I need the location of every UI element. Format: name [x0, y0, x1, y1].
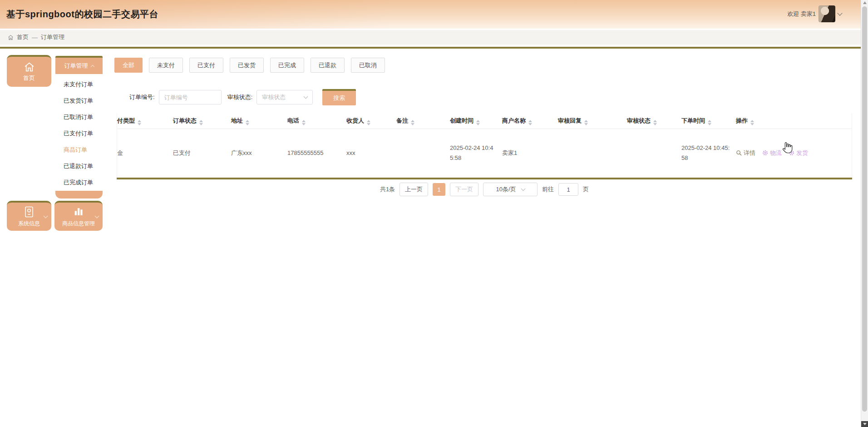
sidebar-item-unpaid-orders[interactable]: 未支付订单 — [55, 76, 103, 93]
scrollbar-track[interactable] — [861, 0, 868, 427]
home-icon — [24, 61, 35, 73]
order-no-input[interactable] — [159, 90, 222, 104]
tab-paid[interactable]: 已支付 — [189, 58, 223, 73]
tab-cancelled[interactable]: 已取消 — [351, 58, 385, 73]
ship-link[interactable]: 发货 — [789, 148, 808, 158]
col-remark[interactable]: 备注 — [396, 114, 450, 129]
search-button[interactable]: 搜索 — [322, 89, 356, 105]
scrollbar-thumb[interactable] — [862, 6, 867, 412]
sort-icon[interactable] — [750, 120, 754, 125]
sidebar-item-cancelled-orders[interactable]: 已取消订单 — [55, 109, 103, 125]
tab-completed[interactable]: 已完成 — [270, 58, 304, 73]
page-unit-label: 页 — [583, 185, 589, 194]
page-number-1[interactable]: 1 — [433, 183, 445, 196]
audit-status-placeholder: 审核状态 — [262, 93, 286, 101]
sidebar-item-product-info[interactable]: 商品信息管理 — [54, 201, 103, 231]
scroll-down-arrow[interactable] — [861, 421, 868, 427]
sort-icon[interactable] — [528, 120, 532, 125]
tab-unpaid[interactable]: 未支付 — [149, 58, 183, 73]
tab-refunded[interactable]: 已退款 — [311, 58, 345, 73]
table-row: 金 已支付 广东xxx 17855555555 xxx 2025-02-24 1… — [117, 129, 852, 177]
cell-order-status: 已支付 — [173, 129, 231, 177]
sidebar-home-label: 首页 — [23, 74, 35, 82]
col-phone[interactable]: 电话 — [287, 114, 346, 129]
sidebar-item-refunded-orders[interactable]: 已退款订单 — [55, 158, 103, 174]
table-header-row: 付类型 订单状态 地址 电话 收货人 备注 创建时间 商户名称 审核回复 审核状… — [117, 114, 852, 129]
sidebar-item-shipped-orders[interactable]: 已发货订单 — [55, 93, 103, 109]
breadcrumb-current: 订单管理 — [41, 33, 64, 41]
chevron-down-icon — [44, 214, 48, 218]
pagination: 共1条 上一页 1 下一页 10条/页 前往 页 — [117, 183, 852, 196]
filter-bar: 订单编号: 审核状态: 审核状态 搜索 — [129, 89, 356, 105]
page-size-value: 10条/页 — [496, 185, 516, 194]
breadcrumb: 首页 — 订单管理 — [0, 30, 861, 45]
audit-status-label: 审核状态: — [227, 93, 253, 101]
page-size-select[interactable]: 10条/页 — [483, 183, 538, 196]
tab-all[interactable]: 全部 — [114, 58, 143, 73]
table-bottom-divider — [117, 178, 852, 179]
cell-remark — [396, 129, 450, 177]
sort-icon[interactable] — [584, 120, 588, 125]
home-icon — [8, 35, 14, 40]
user-menu[interactable]: 欢迎 卖家1 — [787, 5, 842, 22]
tab-shipped[interactable]: 已发货 — [230, 58, 264, 73]
goto-label: 前往 — [542, 185, 554, 194]
cell-create-time: 2025-02-24 10:45:58 — [450, 129, 502, 177]
order-submenu: 未支付订单 已发货订单 已取消订单 已支付订单 商品订单 已退款订单 已完成订单 — [55, 74, 103, 191]
breadcrumb-home[interactable]: 首页 — [17, 33, 29, 41]
col-audit-status[interactable]: 审核状态 — [627, 114, 681, 129]
welcome-text: 欢迎 卖家1 — [787, 10, 816, 18]
sort-icon[interactable] — [138, 120, 141, 125]
audit-status-select[interactable]: 审核状态 — [256, 90, 313, 104]
breadcrumb-separator: — — [32, 34, 38, 41]
sort-icon[interactable] — [708, 120, 711, 125]
sort-icon[interactable] — [411, 120, 414, 125]
content-top-divider — [0, 47, 861, 49]
sidebar-item-product-orders[interactable]: 商品订单 — [55, 142, 103, 158]
detail-link[interactable]: 详情 — [736, 148, 755, 158]
sidebar-order-menu: 订单管理 未支付订单 已发货订单 已取消订单 已支付订单 商品订单 已退款订单 … — [55, 56, 103, 199]
status-tabs: 全部 未支付 已支付 已发货 已完成 已退款 已取消 — [114, 58, 385, 73]
sidebar-item-system-info[interactable]: 系统信息 — [7, 201, 51, 231]
sort-icon[interactable] — [476, 120, 480, 125]
sort-icon[interactable] — [653, 120, 657, 125]
col-order-time[interactable]: 下单时间 — [681, 114, 736, 129]
cell-pay-type: 金 — [117, 129, 173, 177]
col-audit-reply[interactable]: 审核回复 — [558, 114, 627, 129]
logistics-link[interactable]: 物流 — [762, 148, 782, 158]
goto-page-input[interactable] — [558, 183, 578, 196]
prev-page-button[interactable]: 上一页 — [399, 183, 428, 196]
col-consignee[interactable]: 收货人 — [346, 114, 396, 129]
col-create-time[interactable]: 创建时间 — [450, 114, 502, 129]
orders-table: 付类型 订单状态 地址 电话 收货人 备注 创建时间 商户名称 审核回复 审核状… — [117, 114, 852, 177]
cell-merchant-name: 卖家1 — [502, 129, 558, 177]
bar-chart-icon — [73, 206, 84, 217]
sidebar-item-home[interactable]: 首页 — [7, 55, 51, 87]
magnifier-icon — [736, 150, 742, 156]
cell-consignee: xxx — [346, 129, 396, 177]
col-merchant-name[interactable]: 商户名称 — [502, 114, 558, 129]
gear-icon — [762, 150, 768, 156]
order-menu-header[interactable]: 订单管理 — [55, 56, 103, 74]
col-pay-type[interactable]: 付类型 — [117, 114, 173, 129]
gear-icon — [789, 150, 794, 156]
col-address[interactable]: 地址 — [231, 114, 287, 129]
order-menu-footer — [55, 191, 103, 199]
chevron-down-icon[interactable] — [837, 10, 842, 15]
sidebar-item-paid-orders[interactable]: 已支付订单 — [55, 125, 103, 142]
scroll-up-arrow[interactable] — [863, 1, 867, 4]
sort-icon[interactable] — [199, 120, 203, 125]
next-page-button[interactable]: 下一页 — [450, 183, 478, 196]
sort-icon[interactable] — [367, 120, 370, 125]
avatar[interactable] — [819, 5, 835, 22]
order-menu-label: 订单管理 — [64, 62, 88, 70]
chevron-down-icon — [95, 214, 99, 218]
sort-icon[interactable] — [246, 120, 249, 125]
cell-actions: 详情 物流 — [736, 129, 852, 177]
cell-audit-status — [627, 129, 681, 177]
col-actions[interactable]: 操作 — [736, 114, 852, 129]
cell-audit-reply — [558, 129, 627, 177]
sidebar-item-completed-orders[interactable]: 已完成订单 — [55, 174, 103, 191]
sort-icon[interactable] — [302, 120, 306, 125]
col-order-status[interactable]: 订单状态 — [173, 114, 231, 129]
